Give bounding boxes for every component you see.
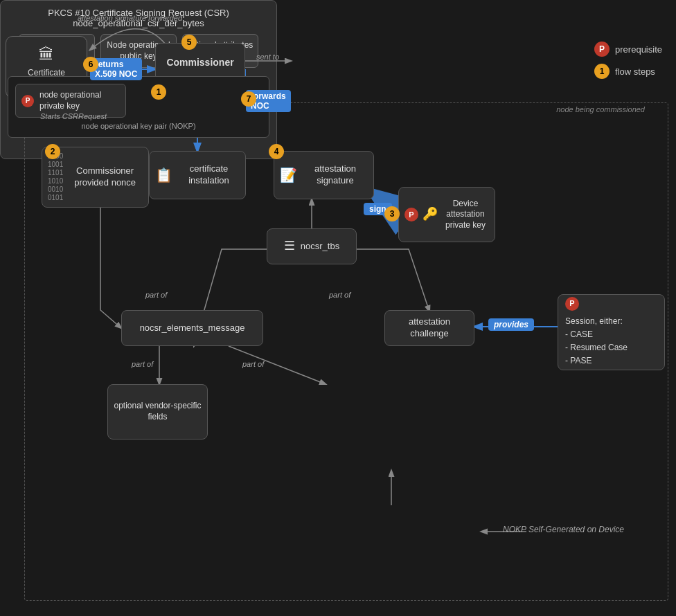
badge-7: 7 <box>241 91 256 107</box>
cert-install-box: 📋 certificate instalation <box>149 151 246 199</box>
legend-flow: 1 flow steps <box>594 64 662 79</box>
legend-prereq-label: prerequisite <box>615 44 662 55</box>
device-attest-box: P 🔑 Device attestation private key <box>398 187 495 242</box>
cert-install-label: certificate instalation <box>178 163 240 187</box>
forwards-label: forwardsNOC <box>251 91 286 111</box>
badge-1-label: 1 <box>157 87 161 97</box>
badge-5: 5 <box>181 35 197 50</box>
nocsr-icon: ☰ <box>284 238 295 254</box>
sent-to-label: sent to <box>256 53 279 61</box>
diagram: 🏛 Certificate Authority (CA) Commissione… <box>0 0 676 616</box>
badge-4: 4 <box>269 144 284 159</box>
provides-label: provides <box>488 318 534 331</box>
badge-6-label: 6 <box>89 60 94 69</box>
ca-icon: 🏛 <box>39 45 54 65</box>
part-of1-label: part of <box>145 291 167 299</box>
part-of2-label: part of <box>329 291 350 299</box>
vendor-box: optional vendor-specific fields <box>107 384 208 440</box>
attest-sig-label: attestation signature <box>303 163 368 187</box>
badge-1: 1 <box>151 84 166 100</box>
legend: P prerequisite 1 flow steps <box>594 42 662 79</box>
session-prereq-badge: P <box>565 297 579 311</box>
nokp-self-generated-label: NOKP Self-Generated on Device <box>503 525 624 534</box>
legend-prereq: P prerequisite <box>594 42 662 57</box>
nocsr-tbs-box: ☰ nocsr_tbs <box>267 228 357 264</box>
attest-sig-box: 📝 attestation signature <box>274 151 374 199</box>
session-box: P Session, either: - CASE - Resumed Case… <box>558 294 665 370</box>
starts-csr-label: Starts CSRRequest <box>40 112 107 120</box>
nokp-pair-label: node operational key pair (NOKP) <box>15 122 262 130</box>
device-prereq-badge: P <box>404 208 418 221</box>
cert-icon: 📋 <box>155 166 172 184</box>
commissioner-label: Commissioner <box>166 56 233 69</box>
part-of3-label: part of <box>132 360 153 368</box>
badge-6: 6 <box>83 57 98 72</box>
device-key-icon: 🔑 <box>423 206 438 222</box>
vendor-label: optional vendor-specific fields <box>114 401 202 422</box>
attest-challenge-box: attestation challenge <box>384 310 474 346</box>
badge-7-label: 7 <box>247 94 251 104</box>
badge-5-label: 5 <box>187 37 192 47</box>
nonce-label: Commissioner provided nonce <box>67 165 143 189</box>
badge-4-label: 4 <box>274 147 279 156</box>
attest-challenge-label: attestation challenge <box>391 316 468 340</box>
badge-2-label: 2 <box>51 147 55 156</box>
nocsr-tbs-label: nocsr_tbs <box>301 241 339 253</box>
legend-flow-badge: 1 <box>594 64 610 79</box>
attest-icon: 📝 <box>280 166 297 184</box>
nocsr-elem-box: nocsr_elements_message <box>121 310 263 346</box>
session-title: Session, either: <box>565 315 657 328</box>
badge-3-label: 3 <box>390 209 395 219</box>
nopk-label: node operational private key <box>39 90 120 111</box>
part-of4-label: part of <box>242 360 264 368</box>
badge-3: 3 <box>384 206 400 221</box>
nocsr-elem-label: nocsr_elements_message <box>140 323 245 334</box>
nopk-prereq-badge: P <box>21 95 34 107</box>
returns-label: returnsX.509 NOC <box>95 60 137 79</box>
session-case: - CASE <box>565 328 657 341</box>
legend-flow-label: flow steps <box>615 66 655 77</box>
region-label: node being commissioned <box>556 105 645 114</box>
legend-prereq-badge: P <box>594 42 610 57</box>
session-resumed: - Resumed Case <box>565 341 657 354</box>
attest-forwarded-label: attestation signature forwarded <box>78 14 182 22</box>
provides-area: provides <box>488 318 534 331</box>
badge-2: 2 <box>45 144 60 159</box>
device-attest-label: Device attestation private key <box>442 199 489 231</box>
session-pase: - PASE <box>565 354 657 368</box>
